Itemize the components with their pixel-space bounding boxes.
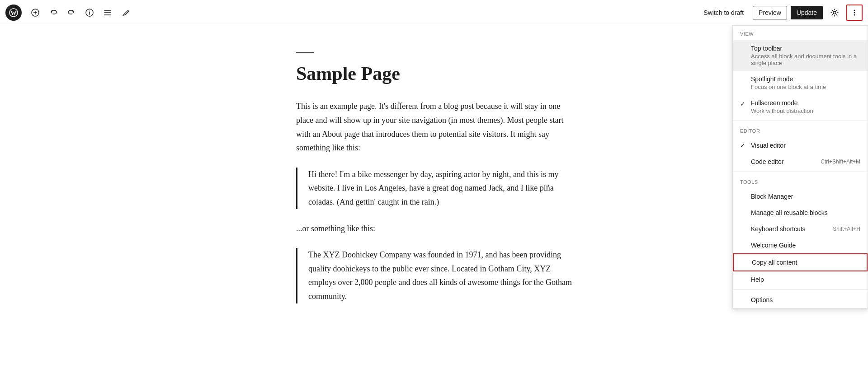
code-editor-item[interactable]: Code editor Ctrl+Shift+Alt+M <box>733 154 868 170</box>
fullscreen-mode-item[interactable]: ✓ Fullscreen mode Work without distracti… <box>733 95 868 119</box>
help-title: Help <box>751 276 764 283</box>
more-options-dropdown: View Top toolbar Access all block and do… <box>732 25 868 308</box>
svg-point-11 <box>833 11 836 14</box>
fullscreen-checkmark: ✓ <box>740 100 747 107</box>
code-editor-shortcut: Ctrl+Shift+Alt+M <box>821 159 860 165</box>
page-title: Sample Page <box>296 62 572 85</box>
undo-button[interactable] <box>45 5 61 21</box>
divider-2 <box>733 172 868 172</box>
info-button[interactable] <box>81 5 98 21</box>
visual-editor-checkmark: ✓ <box>740 142 747 149</box>
svg-point-14 <box>854 14 855 15</box>
copy-all-content-item[interactable]: Copy all content <box>733 253 868 271</box>
spotlight-mode-item[interactable]: Spotlight mode Focus on one block at a t… <box>733 71 868 95</box>
blockquote-1: Hi there! I'm a bike messenger by day, a… <box>296 168 572 209</box>
copy-all-content: Copy all content <box>752 259 859 266</box>
block-manager-title: Block Manager <box>751 193 793 200</box>
options-item[interactable]: Options <box>733 292 868 308</box>
block-manager-item[interactable]: Block Manager <box>733 188 868 205</box>
divider-3 <box>733 289 868 290</box>
top-toolbar-content: Top toolbar Access all block and documen… <box>751 45 860 66</box>
code-editor-title: Code editor <box>751 158 783 165</box>
add-block-button[interactable] <box>27 5 43 21</box>
visual-editor-title: Visual editor <box>751 142 786 149</box>
keyboard-shortcuts-shortcut: Shift+Alt+H <box>833 226 860 232</box>
divider-1 <box>733 121 868 121</box>
editor-content: Sample Page This is an example page. It'… <box>287 25 581 343</box>
toolbar-left: W <box>5 5 698 21</box>
page-rule <box>296 52 314 53</box>
editor-section-label: Editor <box>733 123 868 137</box>
list-view-button[interactable] <box>99 5 116 21</box>
help-item[interactable]: Help <box>733 271 868 288</box>
spotlight-content: Spotlight mode Focus on one block at a t… <box>751 75 860 90</box>
spotlight-title: Spotlight mode <box>751 75 860 83</box>
copy-all-title: Copy all content <box>752 259 859 266</box>
top-toolbar-title: Top toolbar <box>751 45 860 52</box>
settings-button[interactable] <box>826 5 843 21</box>
preview-button[interactable]: Preview <box>753 6 787 19</box>
welcome-guide-title: Welcome Guide <box>751 242 796 249</box>
svg-point-12 <box>854 9 855 11</box>
edit-button[interactable] <box>118 5 134 21</box>
paragraph-1: This is an example page. It's different … <box>296 99 572 154</box>
top-toolbar-item[interactable]: Top toolbar Access all block and documen… <box>733 40 868 71</box>
fullscreen-desc: Work without distraction <box>751 107 860 114</box>
top-toolbar-desc: Access all block and document tools in a… <box>751 53 860 66</box>
blockquote-text-1: Hi there! I'm a bike messenger by day, a… <box>308 168 572 209</box>
toolbar-right: Switch to draft Preview Update <box>698 5 863 21</box>
tools-section-label: Tools <box>733 174 868 188</box>
spotlight-desc: Focus on one block at a time <box>751 84 860 90</box>
page-body: This is an example page. It's different … <box>296 99 572 303</box>
wp-logo[interactable]: W <box>5 5 22 21</box>
welcome-guide-item[interactable]: Welcome Guide <box>733 237 868 253</box>
keyboard-shortcuts-item[interactable]: Keyboard shortcuts Shift+Alt+H <box>733 221 868 237</box>
fullscreen-title: Fullscreen mode <box>751 99 860 107</box>
svg-point-13 <box>854 12 855 13</box>
redo-button[interactable] <box>63 5 80 21</box>
paragraph-2: ...or something like this: <box>296 222 572 236</box>
svg-text:W: W <box>11 9 17 16</box>
keyboard-shortcuts-title: Keyboard shortcuts <box>751 225 806 233</box>
toolbar: W <box>0 0 868 25</box>
fullscreen-content: Fullscreen mode Work without distraction <box>751 99 860 114</box>
switch-to-draft-button[interactable]: Switch to draft <box>698 6 749 19</box>
svg-point-7 <box>89 10 90 11</box>
view-section-label: View <box>733 26 868 40</box>
blockquote-text-2: The XYZ Doohickey Company was founded in… <box>308 248 572 303</box>
manage-reusable-title: Manage all reusable blocks <box>751 209 828 216</box>
options-title: Options <box>751 296 773 303</box>
manage-reusable-item[interactable]: Manage all reusable blocks <box>733 205 868 221</box>
visual-editor-item[interactable]: ✓ Visual editor <box>733 137 868 154</box>
main-area: Sample Page This is an example page. It'… <box>0 25 868 378</box>
update-button[interactable]: Update <box>791 6 823 19</box>
more-options-button[interactable] <box>846 5 863 21</box>
blockquote-2: The XYZ Doohickey Company was founded in… <box>296 248 572 303</box>
